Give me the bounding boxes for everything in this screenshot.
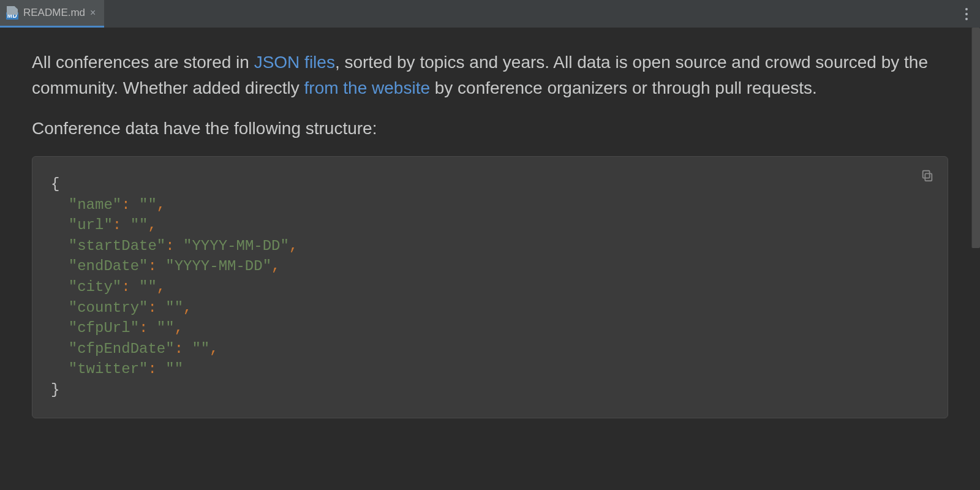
markdown-file-icon: MD [6,6,18,20]
structure-heading: Conference data have the following struc… [32,116,948,141]
text-segment: All conferences are stored in [32,53,254,72]
intro-paragraph: All conferences are stored in JSON files… [32,50,948,101]
link-from-website[interactable]: from the website [304,78,430,97]
copy-button[interactable] [921,169,934,183]
code-block: { "name": "", "url": "", "startDate": "Y… [32,156,948,418]
scrollbar-thumb[interactable] [971,28,980,248]
link-json-files[interactable]: JSON files [254,53,335,72]
kebab-icon [965,7,968,21]
more-menu-button[interactable] [953,0,980,28]
tab-readme[interactable]: MD README.md × [0,0,104,28]
copy-icon [921,169,934,183]
svg-rect-4 [923,171,930,178]
code-content: { "name": "", "url": "", "startDate": "Y… [51,174,929,401]
close-icon[interactable]: × [90,8,96,18]
svg-rect-3 [925,173,932,181]
tab-bar: MD README.md × [0,0,980,28]
text-segment: by conference organizers or through pull… [430,78,817,97]
svg-point-0 [965,8,968,10]
svg-point-2 [965,18,968,20]
editor-preview[interactable]: All conferences are stored in JSON files… [0,28,980,490]
svg-point-1 [965,13,968,15]
tab-filename: README.md [23,7,85,19]
